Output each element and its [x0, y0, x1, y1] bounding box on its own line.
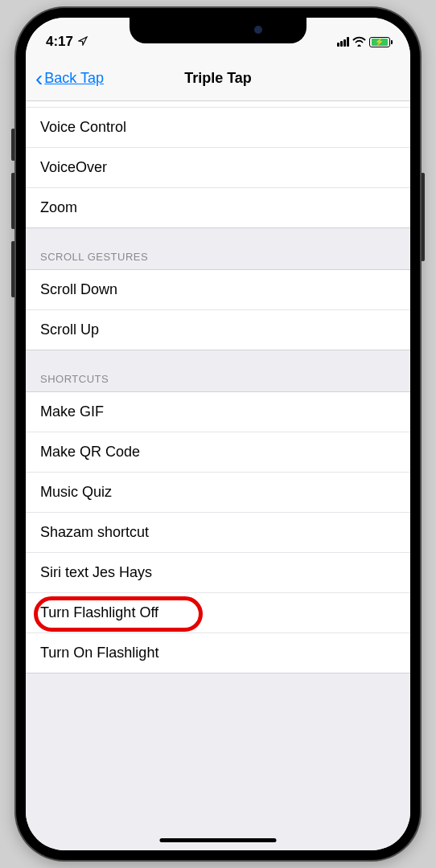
section-accessibility: Voice Control VoiceOver Zoom — [26, 101, 410, 228]
list-item-label: Voice Control — [40, 119, 126, 135]
chevron-left-icon: ‹ — [35, 68, 43, 90]
charging-icon: ⚡ — [375, 38, 384, 46]
page-title: Triple Tap — [184, 70, 252, 87]
list-item-label: Siri text Jes Hays — [40, 564, 152, 580]
list-item-voice-control[interactable]: Voice Control — [26, 108, 410, 148]
list-item-scroll-up[interactable]: Scroll Up — [26, 310, 410, 350]
device-frame: 4:17 ⚡ — [16, 8, 420, 860]
list-item-siri-text[interactable]: Siri text Jes Hays — [26, 553, 410, 593]
wifi-icon — [352, 35, 366, 49]
list-item-label: VoiceOver — [40, 159, 107, 175]
device-notch — [130, 18, 306, 43]
status-time: 4:17 — [46, 34, 73, 50]
list-item-label: Scroll Down — [40, 281, 117, 297]
home-indicator[interactable] — [160, 838, 277, 842]
list-item-turn-on-flashlight[interactable]: Turn On Flashlight — [26, 633, 410, 673]
section-shortcuts: Make GIF Make QR Code Music Quiz Shazam … — [26, 391, 410, 674]
list-item-label: Make GIF — [40, 403, 104, 420]
back-button[interactable]: ‹ Back Tap — [35, 68, 104, 90]
list-item-label: Make QR Code — [40, 444, 140, 460]
list-item-music-quiz[interactable]: Music Quiz — [26, 473, 410, 513]
list-item-turn-flashlight-off[interactable]: Turn Flashlight Off — [26, 593, 410, 633]
device-mute-switch — [11, 129, 15, 161]
list-item-make-gif[interactable]: Make GIF — [26, 392, 410, 432]
list-item-shazam-shortcut[interactable]: Shazam shortcut — [26, 513, 410, 553]
list-item-zoom[interactable]: Zoom — [26, 188, 410, 227]
list-item-make-qr-code[interactable]: Make QR Code — [26, 432, 410, 473]
device-power-button — [421, 173, 425, 261]
cellular-signal-icon — [337, 37, 349, 47]
list-item-label: Turn On Flashlight — [40, 645, 158, 661]
list-item-label: Shazam shortcut — [40, 524, 149, 540]
list-item-label: Turn Flashlight Off — [40, 604, 158, 620]
list-item-label: Scroll Up — [40, 321, 99, 338]
battery-icon: ⚡ — [369, 37, 390, 47]
back-label: Back Tap — [44, 70, 104, 87]
device-volume-down — [11, 241, 15, 297]
location-icon — [78, 36, 88, 48]
list-item-voiceover[interactable]: VoiceOver — [26, 148, 410, 188]
screen: 4:17 ⚡ — [26, 18, 410, 850]
section-header-shortcuts: SHORTCUTS — [26, 350, 410, 391]
front-camera-icon — [254, 26, 262, 34]
navigation-bar: ‹ Back Tap Triple Tap — [26, 56, 410, 101]
content-scroll-area[interactable]: Voice Control VoiceOver Zoom SCROLL GEST… — [26, 101, 410, 850]
device-volume-up — [11, 173, 15, 229]
list-item-partial[interactable] — [26, 101, 410, 108]
section-header-scroll-gestures: SCROLL GESTURES — [26, 228, 410, 269]
list-item-label: Zoom — [40, 199, 77, 215]
list-item-label: Music Quiz — [40, 484, 112, 500]
list-item-scroll-down[interactable]: Scroll Down — [26, 270, 410, 310]
section-scroll-gestures: Scroll Down Scroll Up — [26, 269, 410, 350]
